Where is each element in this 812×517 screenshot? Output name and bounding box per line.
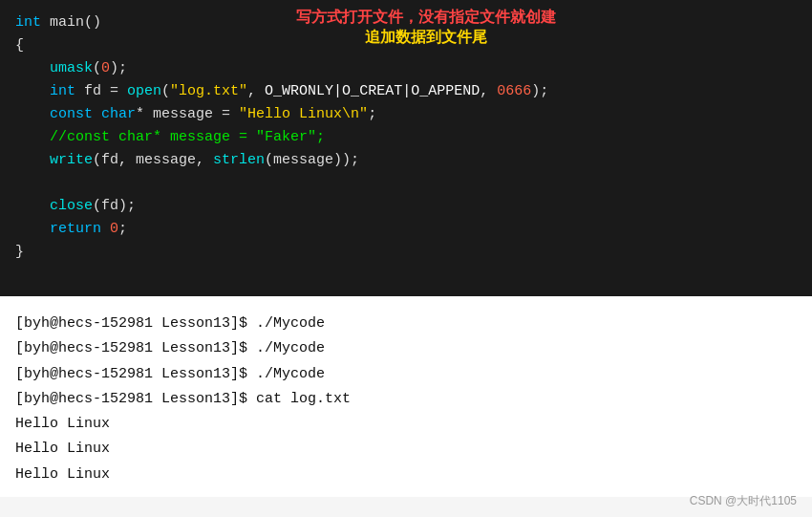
watermark: CSDN @大时代1105	[690, 493, 797, 509]
code-line-3: umask(0);	[15, 57, 797, 80]
code-block: 写方式打开文件，没有指定文件就创建 追加数据到文件尾 int main() { …	[0, 0, 812, 296]
terminal-block: [byh@hecs-152981 Lesson13]$ ./Mycode [by…	[0, 296, 812, 497]
terminal-line-4: [byh@hecs-152981 Lesson13]$ cat log.txt	[15, 387, 797, 412]
terminal-line-3: [byh@hecs-152981 Lesson13]$ ./Mycode	[15, 362, 797, 387]
annotation-overlay: 写方式打开文件，没有指定文件就创建 追加数据到文件尾	[296, 8, 556, 48]
annotation-line2: 追加数据到文件尾	[296, 28, 556, 48]
code-line-5: const char* message = "Hello Linux\n";	[15, 103, 797, 126]
code-line-9: close(fd);	[15, 195, 797, 218]
terminal-line-7: Hello Linux	[15, 463, 797, 487]
terminal-line-1: [byh@hecs-152981 Lesson13]$ ./Mycode	[15, 312, 797, 336]
code-line-4: int fd = open("log.txt", O_WRONLY|O_CREA…	[15, 80, 797, 103]
terminal-line-6: Hello Linux	[15, 437, 797, 462]
code-line-11: }	[15, 241, 797, 264]
page-wrapper: 写方式打开文件，没有指定文件就创建 追加数据到文件尾 int main() { …	[0, 0, 812, 517]
code-line-10: return 0;	[15, 218, 797, 241]
code-line-7: write(fd, message, strlen(message));	[15, 149, 797, 172]
terminal-line-2: [byh@hecs-152981 Lesson13]$ ./Mycode	[15, 336, 797, 361]
code-line-6: //const char* message = "Faker";	[15, 126, 797, 149]
annotation-line1: 写方式打开文件，没有指定文件就创建	[296, 8, 556, 28]
code-line-8	[15, 172, 797, 195]
terminal-line-5: Hello Linux	[15, 412, 797, 437]
